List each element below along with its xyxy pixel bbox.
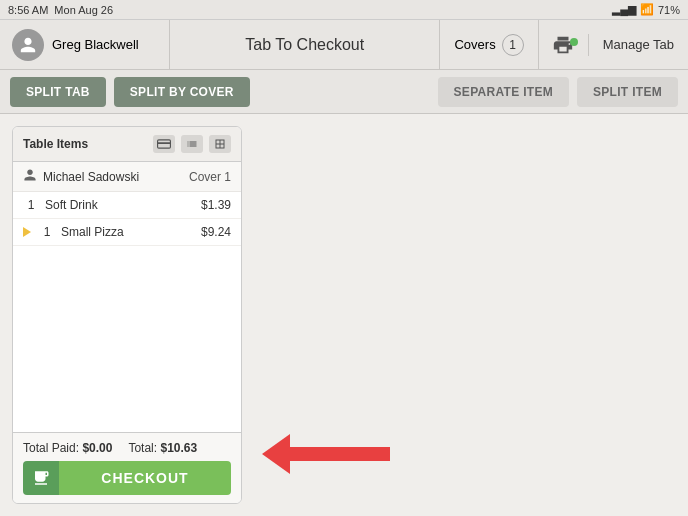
cover-row: Michael Sadowski Cover 1: [13, 162, 241, 192]
cover-label: Cover 1: [189, 170, 231, 184]
wifi-icon: 📶: [640, 3, 654, 16]
covers-label: Covers: [454, 37, 495, 52]
username: Greg Blackwell: [52, 37, 139, 52]
time-display: 8:56 AM: [8, 4, 48, 16]
covers-count: 1: [502, 34, 524, 56]
page-title: Tab To Checkout: [170, 20, 439, 69]
total-label: Total: $10.63: [128, 441, 197, 455]
avatar: [12, 29, 44, 61]
battery-display: 71%: [658, 4, 680, 16]
separate-item-button[interactable]: SEPARATE ITEM: [438, 77, 569, 107]
status-bar: 8:56 AM Mon Aug 26 ▂▄▆ 📶 71%: [0, 0, 688, 20]
checkout-icon-button[interactable]: [23, 461, 59, 495]
svg-rect-1: [158, 142, 171, 144]
header: Greg Blackwell Tab To Checkout Covers 1 …: [0, 20, 688, 70]
header-actions: Covers 1 Manage Tab: [439, 20, 688, 69]
printer-button[interactable]: [539, 34, 589, 56]
table-row[interactable]: 1 Small Pizza $9.24: [13, 219, 241, 246]
list-icon[interactable]: [181, 135, 203, 153]
yellow-marker-icon: [23, 227, 31, 237]
checkout-area: CHECKOUT: [23, 461, 231, 495]
arrow-head: [262, 434, 290, 474]
panel-header: Table Items: [13, 127, 241, 162]
printer-status-dot: [570, 38, 578, 46]
split-tab-button[interactable]: SPLIT TAB: [10, 77, 106, 107]
total-paid-label: Total Paid: $0.00: [23, 441, 112, 455]
user-section: Greg Blackwell: [0, 20, 170, 69]
main-content: Table Items Michael Sadowski Cover 1: [0, 114, 688, 516]
item-price: $1.39: [201, 198, 231, 212]
total-value: $10.63: [160, 441, 197, 455]
person-icon: [23, 168, 37, 185]
split-by-cover-button[interactable]: SPLIT BY COVER: [114, 77, 250, 107]
total-paid-value: $0.00: [82, 441, 112, 455]
panel-title: Table Items: [23, 137, 88, 151]
item-qty: 1: [23, 198, 39, 212]
date-display: Mon Aug 26: [54, 4, 113, 16]
panel-icon-group: [153, 135, 231, 153]
table-row[interactable]: 1 Soft Drink $1.39: [13, 192, 241, 219]
cover-person-name: Michael Sadowski: [43, 170, 183, 184]
split-item-button[interactable]: SPLIT ITEM: [577, 77, 678, 107]
item-qty: 1: [39, 225, 55, 239]
arrow-body: [290, 447, 390, 461]
item-name: Soft Drink: [45, 198, 195, 212]
manage-tab-button[interactable]: Manage Tab: [589, 37, 688, 52]
signal-icon: ▂▄▆: [612, 3, 636, 16]
arrow-graphic: [262, 434, 390, 474]
totals-row: Total Paid: $0.00 Total: $10.63: [23, 441, 231, 455]
table-items-panel: Table Items Michael Sadowski Cover 1: [12, 126, 242, 504]
item-name: Small Pizza: [61, 225, 195, 239]
toolbar: SPLIT TAB SPLIT BY COVER SEPARATE ITEM S…: [0, 70, 688, 114]
table-icon[interactable]: [209, 135, 231, 153]
arrow-area: [252, 126, 390, 504]
panel-footer: Total Paid: $0.00 Total: $10.63 CHECKOUT: [13, 432, 241, 503]
checkout-button[interactable]: CHECKOUT: [59, 461, 231, 495]
card-icon[interactable]: [153, 135, 175, 153]
covers-section: Covers 1: [440, 20, 538, 69]
item-price: $9.24: [201, 225, 231, 239]
